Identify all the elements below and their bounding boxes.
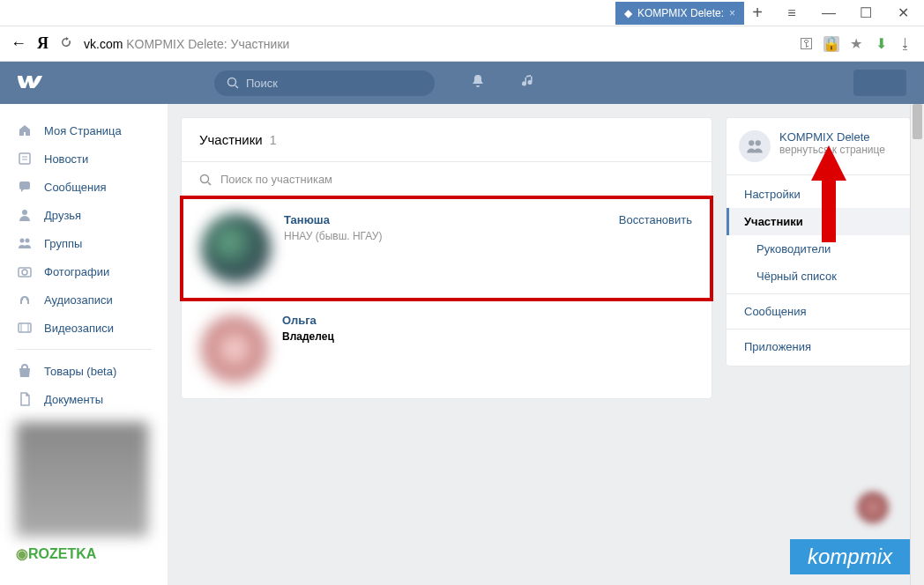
member-row: Ольга Владелец [182, 300, 712, 398]
reload-icon [59, 35, 73, 49]
svg-line-1 [235, 85, 238, 88]
address-bar: ← Я vk.com KOMPMIX Delete: Участники ⚿ 🔒… [0, 26, 924, 62]
nav-video[interactable]: Видеозаписи [0, 314, 168, 342]
annotation-arrow [811, 145, 846, 242]
nav-label: Фотографии [44, 265, 109, 278]
vk-header: Поиск [0, 62, 924, 104]
svg-point-15 [749, 140, 754, 145]
nav-label: Товары (beta) [44, 365, 116, 378]
nav-goods[interactable]: Товары (beta) [0, 357, 168, 385]
bag-icon [16, 362, 34, 380]
window-maximize-button[interactable]: ☐ [853, 1, 878, 26]
music-note-icon[interactable] [521, 73, 537, 93]
groups-icon [16, 234, 34, 252]
member-name[interactable]: Ольга [282, 314, 694, 327]
downloads-icon[interactable]: ⭳ [898, 36, 913, 52]
menu-separator [727, 293, 910, 294]
url-domain: vk.com [84, 37, 123, 51]
video-icon [16, 319, 34, 337]
friends-icon [16, 206, 34, 224]
tab-title: KOMPMIX Delete: [637, 7, 724, 19]
search-placeholder: Поиск по участникам [220, 173, 332, 186]
news-icon [16, 150, 34, 167]
vk-favicon: ◆ [624, 7, 632, 19]
search-placeholder: Поиск [246, 77, 278, 90]
nav-my-page[interactable]: Моя Страница [0, 116, 168, 144]
members-title: Участники [199, 132, 263, 147]
nav-messages[interactable]: Сообщения [0, 173, 168, 201]
nav-groups[interactable]: Группы [0, 229, 168, 257]
close-tab-icon[interactable]: × [729, 7, 735, 19]
svg-point-9 [22, 270, 27, 275]
nav-label: Новости [44, 152, 88, 166]
members-header: Участники 1 [182, 118, 712, 162]
restore-link[interactable]: Восстановить [619, 213, 692, 284]
floating-avatar [857, 492, 889, 523]
svg-point-13 [201, 174, 209, 182]
group-avatar-icon [739, 130, 771, 162]
vk-logo[interactable] [18, 71, 42, 94]
nav-friends[interactable]: Друзья [0, 201, 168, 229]
nav-label: Аудиозаписи [44, 293, 113, 307]
left-navigation: Моя Страница Новости Сообщения Друзья Гр… [0, 104, 168, 585]
member-subtitle: ННАУ (бывш. НГАУ) [284, 230, 607, 242]
url-display[interactable]: vk.com KOMPMIX Delete: Участники [84, 37, 788, 51]
user-menu[interactable] [853, 70, 906, 96]
side-item-apps[interactable]: Приложения [727, 333, 910, 360]
scrollbar-thumb[interactable] [913, 104, 922, 139]
nav-audio[interactable]: Аудиозаписи [0, 285, 168, 314]
url-path: KOMPMIX Delete: Участники [123, 37, 289, 51]
lock-icon[interactable]: 🔒 [823, 36, 839, 52]
svg-point-5 [22, 210, 27, 215]
window-close-button[interactable]: ✕ [890, 1, 915, 26]
svg-point-6 [20, 239, 25, 243]
download-arrow-icon[interactable]: ⬇ [873, 36, 889, 52]
vertical-scrollbar[interactable] [910, 104, 924, 585]
yandex-logo[interactable]: Я [37, 34, 48, 53]
window-minimize-button[interactable]: — [816, 1, 841, 26]
document-icon [16, 390, 34, 408]
home-icon [16, 122, 34, 139]
vk-body: Моя Страница Новости Сообщения Друзья Гр… [0, 104, 924, 585]
nav-label: Группы [44, 237, 82, 250]
messages-icon [16, 178, 34, 196]
nav-separator [16, 349, 152, 350]
member-row: Танюша ННАУ (бывш. НГАУ) Восстановить [180, 196, 713, 301]
nav-news[interactable]: Новости [0, 144, 168, 173]
notifications-bell-icon[interactable] [470, 73, 486, 93]
ad-brand-label: ◉ROZETKA [16, 545, 152, 562]
side-item-messages[interactable]: Сообщения [727, 298, 910, 325]
search-icon [199, 174, 212, 186]
members-search[interactable]: Поиск по участникам [182, 162, 712, 197]
camera-icon [16, 263, 34, 280]
nav-docs[interactable]: Документы [0, 385, 168, 413]
bookmark-star-icon[interactable]: ★ [848, 36, 864, 52]
back-button[interactable]: ← [11, 34, 26, 53]
side-item-blacklist[interactable]: Чёрный список [727, 263, 910, 290]
menu-separator [727, 329, 910, 330]
nav-label: Моя Страница [44, 124, 122, 137]
nav-label: Сообщения [44, 181, 107, 194]
nav-photos[interactable]: Фотографии [0, 257, 168, 285]
svg-point-7 [26, 239, 30, 243]
search-icon [227, 77, 239, 89]
watermark: kompmix [790, 539, 910, 574]
member-name[interactable]: Танюша [284, 213, 607, 226]
key-icon[interactable]: ⚿ [799, 36, 815, 52]
headphones-icon [16, 291, 34, 308]
nav-label: Видеозаписи [44, 322, 114, 335]
sidebar-ad-image[interactable] [16, 422, 148, 537]
avatar[interactable] [199, 314, 270, 384]
svg-point-0 [228, 78, 236, 86]
group-name: KOMPMIX Delete [779, 130, 885, 144]
browser-tab-bar: ◆ KOMPMIX Delete: × [615, 2, 744, 25]
svg-rect-10 [19, 323, 31, 332]
members-count: 1 [270, 133, 277, 147]
menu-icon[interactable]: ≡ [779, 1, 804, 26]
reload-button[interactable] [59, 35, 73, 53]
new-tab-button[interactable]: + [744, 0, 771, 26]
avatar[interactable] [201, 213, 272, 284]
browser-tab[interactable]: ◆ KOMPMIX Delete: × [615, 2, 744, 25]
vk-search-box[interactable]: Поиск [214, 70, 435, 96]
svg-point-16 [756, 140, 761, 145]
